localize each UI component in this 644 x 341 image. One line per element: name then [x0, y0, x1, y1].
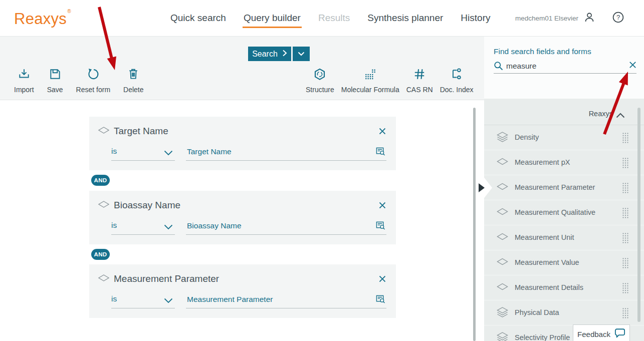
lookup-list-button[interactable] — [376, 294, 385, 305]
search-underline — [494, 73, 636, 74]
delete-button[interactable]: Delete — [123, 68, 143, 94]
search-button[interactable]: Search — [248, 47, 291, 61]
feedback-button[interactable]: Feedback — [573, 324, 630, 341]
measurement-parameter-input[interactable] — [187, 292, 367, 306]
search-icon — [494, 61, 503, 73]
search-fields-sidebar: Find search fields and forms Reaxys — [484, 37, 644, 341]
field-diamond-icon — [98, 201, 109, 210]
and-connector[interactable]: AND — [91, 249, 110, 260]
drag-handle-icon[interactable] — [622, 157, 628, 171]
field-diamond-icon — [98, 127, 109, 136]
molecular-formula-icon — [364, 68, 377, 82]
group-label: Reaxys — [589, 110, 613, 118]
field-diamond-icon — [497, 183, 508, 192]
sidebar-search-input[interactable] — [506, 60, 621, 72]
operator-select[interactable]: is — [111, 144, 175, 161]
list-item-measurement-qualitative[interactable]: Measurement Qualitative — [484, 200, 644, 225]
nav-synthesis-planner[interactable]: Synthesis planner — [366, 2, 444, 35]
search-split-button: Search — [248, 47, 310, 61]
card-title-row: Target Name — [98, 126, 168, 137]
lookup-list-button[interactable] — [376, 147, 385, 158]
operator-select[interactable]: is — [111, 218, 175, 235]
close-card-button[interactable] — [379, 202, 386, 210]
bioassay-name-input[interactable] — [187, 219, 367, 233]
nav-quick-search[interactable]: Quick search — [169, 2, 227, 35]
doc-index-button[interactable]: Doc. Index — [440, 68, 474, 94]
save-button[interactable]: Save — [47, 68, 63, 94]
close-icon — [379, 129, 386, 136]
sidebar-group-reaxys[interactable]: Reaxys — [484, 103, 644, 125]
drag-handle-icon[interactable] — [622, 182, 628, 196]
drag-handle-icon[interactable] — [622, 207, 628, 221]
lookup-list-icon — [376, 298, 385, 305]
sidebar-results-list: Density Measurement pX — [484, 125, 644, 341]
account-button[interactable] — [583, 12, 595, 25]
import-button[interactable]: Import — [14, 68, 34, 94]
field-diamond-icon — [497, 158, 508, 167]
chevron-down-icon — [164, 296, 173, 305]
close-icon — [379, 203, 386, 210]
list-item-measurement-unit[interactable]: Measurement Unit — [484, 225, 644, 250]
help-button[interactable]: ? — [612, 11, 624, 25]
hash-icon — [413, 68, 426, 82]
drag-handle-icon[interactable] — [622, 132, 628, 146]
main-nav: Quick search Query builder Results Synth… — [169, 0, 491, 36]
clear-search-button[interactable] — [629, 61, 636, 70]
speech-bubble-icon — [614, 328, 625, 340]
query-toolbar: Import Save Reset form — [0, 37, 484, 100]
list-item-measurement-parameter[interactable]: Measurement Parameter — [484, 175, 644, 200]
form-stack-icon — [497, 307, 508, 319]
close-icon — [379, 276, 386, 284]
nav-query-builder[interactable]: Query builder — [243, 2, 302, 35]
list-item-measurement-px[interactable]: Measurement pX — [484, 150, 644, 175]
lookup-list-button[interactable] — [376, 221, 385, 232]
lookup-list-icon — [376, 224, 385, 232]
nav-results[interactable]: Results — [317, 2, 351, 35]
drag-handle-icon[interactable] — [622, 232, 628, 246]
card-title: Bioassay Name — [114, 200, 180, 211]
sidebar-search-row — [494, 59, 636, 74]
main-scrollbar[interactable] — [473, 108, 476, 341]
sidebar-search-section: Find search fields and forms — [484, 37, 644, 99]
field-input-wrap — [186, 144, 386, 161]
import-icon — [18, 68, 31, 82]
card-title-row: Measurement Parameter — [98, 273, 219, 284]
list-item-measurement-details[interactable]: Measurement Details — [484, 275, 644, 300]
list-item-density[interactable]: Density — [484, 125, 644, 150]
close-icon — [629, 63, 636, 70]
nav-history[interactable]: History — [460, 2, 491, 35]
and-connector[interactable]: AND — [91, 175, 110, 186]
reset-form-button[interactable]: Reset form — [76, 68, 110, 94]
close-card-button[interactable] — [379, 128, 386, 136]
drag-handle-icon[interactable] — [622, 307, 628, 321]
structure-icon — [313, 68, 326, 82]
doc-index-icon — [450, 68, 463, 82]
operator-select[interactable]: is — [111, 291, 175, 308]
drag-handle-icon[interactable] — [622, 257, 628, 271]
structure-button[interactable]: Structure — [306, 68, 334, 94]
form-stack-icon — [497, 332, 508, 341]
field-diamond-icon — [98, 274, 109, 283]
chevron-up-icon — [616, 111, 625, 120]
list-item-measurement-value[interactable]: Measurement Value — [484, 250, 644, 275]
target-name-input[interactable] — [187, 145, 367, 159]
trash-icon — [127, 68, 140, 82]
field-diamond-icon — [497, 283, 508, 292]
reaxys-logo[interactable]: Reaxys® — [14, 9, 71, 28]
query-card-measurement-parameter: Measurement Parameter is — [89, 264, 396, 318]
list-item-physical-data[interactable]: Physical Data — [484, 300, 644, 325]
molecular-formula-button[interactable]: Molecular Formula — [341, 68, 399, 94]
close-card-button[interactable] — [379, 275, 386, 284]
user-account-area: medchem01 Elsevier — [515, 0, 595, 36]
search-options-dropdown-button[interactable] — [293, 47, 310, 61]
card-title: Target Name — [114, 126, 168, 137]
field-input-wrap — [186, 291, 386, 308]
form-stack-icon — [497, 132, 508, 144]
query-type-group: Structure Molecular Formula — [306, 68, 474, 94]
drag-handle-icon[interactable] — [622, 282, 628, 296]
cas-rn-button[interactable]: CAS RN — [406, 68, 433, 94]
sidebar-scrollbar[interactable] — [637, 108, 640, 322]
svg-text:?: ? — [616, 14, 620, 21]
form-actions-group: Import Save Reset form — [14, 68, 144, 94]
sidebar-collapse-handle[interactable] — [483, 176, 492, 199]
